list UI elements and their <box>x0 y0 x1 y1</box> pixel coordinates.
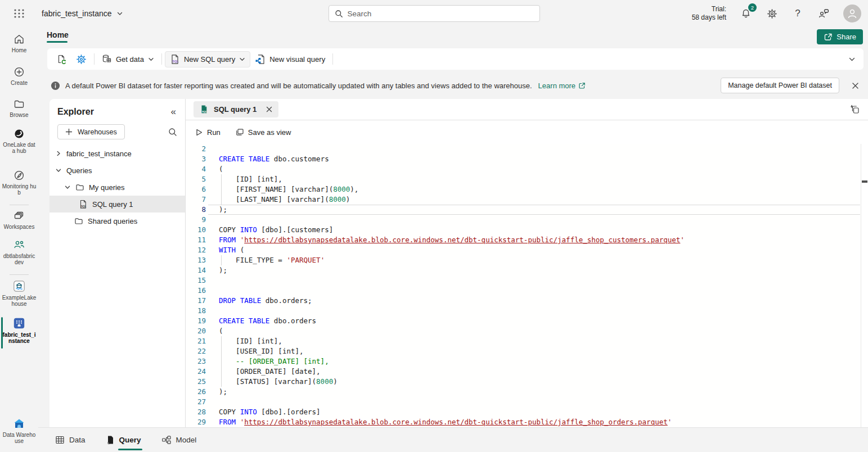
code-line[interactable]: 15 <box>186 275 860 286</box>
code-line[interactable]: 18 <box>186 306 860 316</box>
code-line[interactable]: 27 <box>186 397 860 407</box>
code-line[interactable]: 3CREATE TABLE dbo.customers <box>186 154 860 164</box>
code-line[interactable]: 5 [ID] [int], <box>186 174 860 184</box>
tree-item-shared-queries[interactable]: Shared queries <box>50 213 185 229</box>
account-avatar[interactable] <box>843 4 861 22</box>
sidebar-item-monitoring-hub[interactable]: Monitoring hub <box>0 170 38 196</box>
app-launcher-icon[interactable] <box>7 1 32 26</box>
folder-icon <box>74 216 83 225</box>
help-button[interactable]: ? <box>791 7 804 20</box>
sidebar-item-examplelakehouse[interactable]: ExampleLakehouse <box>0 280 38 307</box>
global-search[interactable] <box>329 5 540 22</box>
explorer-search-icon[interactable] <box>168 128 177 137</box>
code-line[interactable]: 29FROM 'https://dbtlabsynapsedatalake.bl… <box>186 417 860 427</box>
feedback-button[interactable] <box>817 7 830 20</box>
home-icon <box>14 34 25 45</box>
line-number: 8 <box>186 205 206 215</box>
workspaces-icon <box>14 210 25 222</box>
collapse-ribbon-button[interactable] <box>848 56 856 63</box>
code-line[interactable]: 9 <box>186 215 860 225</box>
sidebar-item-browse[interactable]: Browse <box>0 98 38 118</box>
tab-sql-query-1[interactable]: SQL SQL query 1 <box>194 101 278 117</box>
gear-icon <box>767 8 777 19</box>
banner-close-button[interactable] <box>847 77 863 94</box>
line-number: 13 <box>186 255 206 265</box>
sidebar-item-fabric-test-instance[interactable]: fabric_test_instance <box>0 317 38 344</box>
manage-default-dataset-button[interactable]: Manage default Power BI dataset <box>721 78 839 93</box>
code-line[interactable]: 11FROM 'https://dbtlabsynapsedatalake.bl… <box>186 235 860 245</box>
code-line[interactable]: 10COPY INTO [dbo].[customers] <box>186 225 860 235</box>
code-line[interactable]: 28COPY INTO [dbo].[orders] <box>186 407 860 417</box>
code-line[interactable]: 20( <box>186 326 860 336</box>
new-warehouse-button[interactable]: Warehouses <box>57 124 125 139</box>
save-as-view-icon <box>235 128 244 137</box>
sidebar-item-create[interactable]: Create <box>0 66 38 86</box>
search-input[interactable] <box>348 10 534 18</box>
code-line[interactable]: 14); <box>186 265 860 275</box>
code-line[interactable]: 19CREATE TABLE dbo.orders <box>186 316 860 326</box>
code-line[interactable]: 12WITH ( <box>186 245 860 255</box>
code-line[interactable]: 2 <box>186 144 860 154</box>
view-tab-data[interactable]: Data <box>55 435 86 445</box>
line-number: 28 <box>186 407 206 417</box>
code-line[interactable]: 26); <box>186 387 860 397</box>
editor-scrollbar[interactable] <box>861 144 868 427</box>
sidebar-item-onelake-data-hub[interactable]: OneLake data hub <box>0 128 38 154</box>
chevron-down-icon[interactable] <box>55 167 62 174</box>
tree-item-queries[interactable]: Queries <box>50 162 185 179</box>
settings-button[interactable] <box>766 7 778 20</box>
code-line[interactable]: 6 [FIRST_NAME] [varchar](8000), <box>186 184 860 195</box>
tree-item-my-queries[interactable]: My queries <box>50 179 185 196</box>
code-line[interactable]: 4( <box>186 164 860 174</box>
share-icon <box>824 33 833 41</box>
save-as-view-button[interactable]: Save as view <box>235 128 291 137</box>
notification-badge: 2 <box>748 3 757 12</box>
tab-home[interactable]: Home <box>47 30 69 39</box>
scroll-position-mark <box>862 180 867 183</box>
code-line[interactable]: 25 [STATUS] [varchar](8000) <box>186 377 860 387</box>
line-number: 24 <box>186 367 206 377</box>
copy-button[interactable] <box>850 105 860 115</box>
query-action-bar: Run Save as view <box>186 120 868 144</box>
notifications-button[interactable]: 2 <box>740 7 752 20</box>
view-tab-query[interactable]: Query <box>106 435 141 445</box>
tree-item-warehouse-root[interactable]: fabric_test_instance <box>50 145 185 162</box>
new-visual-query-button[interactable]: New visual query <box>250 51 330 67</box>
refresh-document-button[interactable] <box>52 51 71 67</box>
code-line[interactable]: 21 [ID] [int], <box>186 336 860 346</box>
folder-icon <box>14 98 25 110</box>
play-icon <box>195 128 203 137</box>
workspace-switcher[interactable]: fabric_test_instance <box>42 9 123 18</box>
sidebar-item-home[interactable]: Home <box>0 34 38 53</box>
settings-toolbar-button[interactable] <box>71 51 91 67</box>
share-button[interactable]: Share <box>817 29 863 44</box>
code-line[interactable]: 7 [LAST_NAME] [varchar](8000) <box>186 195 860 205</box>
view-tab-model[interactable]: Model <box>161 435 197 445</box>
code-line[interactable]: 23 -- [ORDER_DATE] [int], <box>186 356 860 367</box>
chevron-right-icon[interactable] <box>55 150 62 157</box>
new-sql-query-button[interactable]: SQL New SQL query <box>165 51 250 67</box>
line-content <box>206 276 219 284</box>
chevron-down-icon[interactable] <box>64 184 71 191</box>
code-line[interactable]: 24 [ORDER_DATE] [date], <box>186 367 860 377</box>
code-line[interactable]: 16 <box>186 286 860 296</box>
tree-item-sql-query-1[interactable]: SQL SQL query 1 <box>50 196 185 213</box>
line-number: 6 <box>186 184 206 195</box>
line-content: COPY INTO [dbo].[orders] <box>206 408 321 416</box>
collapse-panel-icon[interactable]: « <box>171 106 176 117</box>
learn-more-link[interactable]: Learn more <box>538 82 586 90</box>
sidebar-item-data-warehouse[interactable]: Data Warehouse <box>0 418 38 444</box>
line-content: COPY INTO [dbo].[customers] <box>206 225 333 234</box>
line-number: 21 <box>186 336 206 346</box>
run-button[interactable]: Run <box>195 128 221 137</box>
close-tab-icon[interactable] <box>266 106 272 112</box>
sidebar-item-dbtlabsfabricdev[interactable]: dbtlabsfabricdev <box>0 239 38 265</box>
sql-code-area[interactable]: 23CREATE TABLE dbo.customers4(5 [ID] [in… <box>186 144 868 427</box>
code-line[interactable]: 8); <box>186 205 860 215</box>
code-line[interactable]: 13 FILE_TYPE = 'PARQUET' <box>186 255 860 265</box>
code-line[interactable]: 22 [USER_ID] [int], <box>186 346 860 356</box>
code-line[interactable]: 17DROP TABLE dbo.orders; <box>186 296 860 306</box>
sidebar-item-workspaces[interactable]: Workspaces <box>0 210 38 230</box>
rail-divider <box>10 205 29 205</box>
get-data-button[interactable]: Get data <box>97 51 159 67</box>
